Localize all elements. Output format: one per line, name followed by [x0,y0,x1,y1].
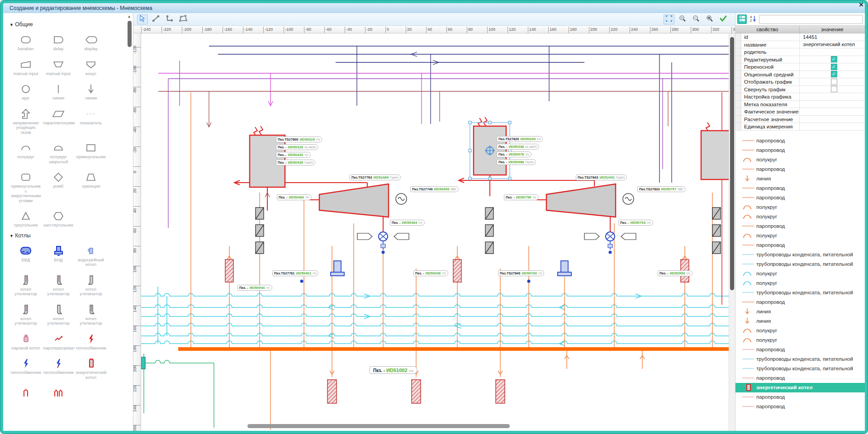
indicator-label[interactable]: Пкз. -ИD50460т/ч [277,194,312,200]
tree-item[interactable]: паропровод [735,241,865,250]
checkbox-checked[interactable]: ✓ [831,56,837,62]
palette-item[interactable]: полукруг закрытый [42,141,75,164]
tree-item[interactable]: трубопроводы конденсата, питательной [735,288,865,297]
apply-button[interactable] [718,14,729,24]
palette-item[interactable]: manual input [9,58,42,76]
palette-item[interactable]: manual input [42,58,75,76]
indicator-label[interactable]: Пкз. -ИD50433т/ч [276,152,311,158]
canvas-vscroll-thumb[interactable] [730,37,734,290]
indicator-label[interactable]: Пкз. -ИD50338нс.нм3/ч [497,144,539,150]
tree-item[interactable]: паропровод [735,165,865,174]
palette-item[interactable]: котел утилизатор [9,274,42,297]
tree-item[interactable]: полукруг [735,278,865,288]
palette-item[interactable]: котел утилизатор [9,303,42,326]
palette-scroll-thumb[interactable] [128,21,132,47]
palette-item[interactable]: треугольник [9,209,42,228]
property-value-cell[interactable]: энергетический котел [800,41,865,48]
property-value-cell[interactable]: ✓ [800,71,865,78]
palette-item[interactable]: водогрейный котел [75,244,107,267]
indicator-label[interactable]: Пкз. -ИD51002т/ч [370,366,417,374]
indicator-label[interactable]: Пкз.TS27833ИD50757МВт [637,186,686,192]
property-value-cell[interactable] [800,78,865,85]
palette-item[interactable]: теплообменник [42,357,75,380]
indicator-label[interactable]: Пкз. -ИD50326нс.нм3/ч [276,144,318,150]
property-value-cell[interactable]: 14451 [800,33,865,41]
palette-item[interactable]: круг [9,82,42,101]
tree-item[interactable]: паропровод [735,402,865,411]
property-value-cell[interactable] [800,86,865,93]
indicator-label[interactable]: Пкз.TS27761ИD50461т/ч [272,270,318,276]
close-icon[interactable]: ✕ [857,1,865,9]
indicator-label[interactable]: Пкз. -ИD50763т/ч [618,220,653,226]
palette-item[interactable]: направление уходящих газов [9,107,42,135]
zoom-out-button[interactable] [691,14,702,24]
tree-item[interactable]: полукруг [735,335,865,345]
tree-item[interactable]: паропровод [735,193,865,203]
select-tool-button[interactable] [137,14,148,24]
tree-item[interactable]: трубопроводы конденсата, питательной [735,250,865,259]
region-select-button[interactable] [664,14,674,24]
indicator-label[interactable]: Пкз. -ИD50464т/ч [390,220,425,226]
palette-item[interactable]: шестиугольник [42,209,75,228]
palette-item[interactable]: display [75,33,107,52]
indicator-label[interactable]: Пкз. -ИD50435Гкал/ч [276,160,315,165]
palette-item[interactable]: котел утилизатор [42,274,75,297]
checkbox-unchecked[interactable] [831,86,837,92]
tree-item[interactable]: паропровод [735,146,865,155]
line-tool-button[interactable] [151,14,161,24]
palette-item[interactable]: delay [42,33,75,52]
tree-item[interactable]: трубопроводы конденсата, питательной [735,354,865,364]
palette-item[interactable]: трапеция [75,170,107,203]
tree-item[interactable]: полукруг [735,212,865,222]
checkbox-unchecked[interactable] [831,79,837,85]
property-value-cell[interactable]: ✓ [800,63,865,71]
indicator-label[interactable]: Пкз. -ИD50949т/ч [413,270,448,276]
property-value-cell[interactable] [800,108,865,115]
tree-item[interactable]: паропровод [735,297,865,307]
palette-item[interactable]: пароперегреватель [42,332,75,351]
indicator-label[interactable]: Пкз.TS27840ИD50760т/ч [498,270,544,276]
sort-az-button[interactable]: AZ [748,14,758,24]
tree-item[interactable]: паропровод [735,345,865,354]
palette-item[interactable]: БВД [9,244,42,267]
palette-item[interactable]: конус [75,58,107,76]
zoom-in-button[interactable] [677,14,688,24]
indicator-label[interactable]: Пкз.TS27600ИD50329т/ч [276,137,322,142]
polyline-tool-button[interactable] [164,14,175,24]
indicator-label[interactable]: Пкз.TS27740ИD50459МВт [410,186,459,192]
tree-item[interactable]: паропровод [735,222,865,231]
turbine-2[interactable] [546,184,616,217]
zoom-fit-button[interactable] [704,14,715,24]
canvas-vscrollbar[interactable] [729,33,735,431]
palette-section-header[interactable]: ▼ Общие [9,21,127,28]
palette-item[interactable]: линия [42,82,75,101]
tree-item[interactable]: трубопроводы конденсата, питательной [735,364,865,373]
property-filter-input[interactable] [759,15,863,24]
tree-item[interactable]: паропровод [735,392,865,402]
tree-item[interactable]: паропровод [735,373,865,383]
indicator-label[interactable]: Пкз. -ИD50954т/ч [658,270,693,276]
palette-item[interactable]: котел утилизатор [42,303,75,326]
property-value[interactable]: энергетический котел [803,41,855,48]
diagram-canvas[interactable]: Пкз.TS27600ИD50329т/чПкз. -ИD50326нс.нм3… [141,33,729,431]
property-value-cell[interactable] [800,116,865,123]
property-value-cell[interactable] [800,123,865,130]
tree-item[interactable]: паропровод [735,184,865,193]
indicator-label[interactable]: Пкз.TS27843ИD52491Гкал/ч [576,175,627,180]
palette-section-header[interactable]: ▼ Котлы [9,232,127,239]
property-value-cell[interactable] [800,93,865,100]
property-value-cell[interactable] [800,101,865,108]
indicator-label[interactable]: Пкз. -ИD50759т/ч [504,194,539,200]
tree-item[interactable]: полукруг [735,326,865,335]
tree-item-selected[interactable]: энергетический котел [735,383,865,392]
palette-item[interactable]: линия [75,82,107,101]
palette-item[interactable]: ромб [42,170,75,203]
categorized-view-button[interactable] [737,14,747,24]
palette-item[interactable]: паровой котел [9,332,42,351]
indicator-label[interactable]: Пкз.TS27763ИD52489Гкал/ч [350,175,401,180]
palette-item[interactable]: теплообменник [9,357,42,380]
boiler-3[interactable] [701,131,729,179]
checkbox-checked[interactable]: ✓ [831,71,837,77]
tree-item[interactable]: линия [735,316,865,326]
property-value-cell[interactable]: ✓ [800,56,865,63]
